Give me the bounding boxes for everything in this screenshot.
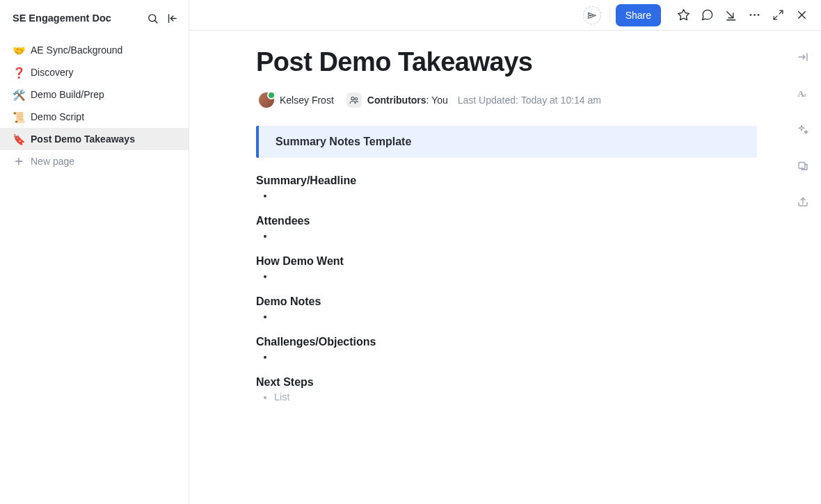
svg-marker-6 [678, 10, 689, 20]
export-icon[interactable] [792, 190, 814, 213]
section-challenges: Challenges/Objections [256, 336, 757, 365]
right-rail: Aa [785, 31, 821, 213]
new-page-button[interactable]: New page [0, 150, 189, 172]
sidebar-list: 🤝 AE Sync/Background ❓ Discovery 🛠️ Demo… [0, 39, 189, 172]
embed-icon[interactable] [792, 154, 814, 177]
sidebar-item-label: Demo Script [31, 111, 84, 122]
plus-icon [13, 155, 25, 168]
meta-row: Kelsey Frost Contributors: You Last Upda… [256, 91, 757, 109]
svg-point-10 [754, 14, 756, 16]
svg-line-12 [779, 10, 782, 14]
sidebar-item-label: Demo Build/Prep [31, 89, 104, 100]
star-icon[interactable] [672, 4, 694, 26]
section-demo-notes: Demo Notes [256, 295, 757, 325]
list-item[interactable]: List [274, 391, 757, 405]
list-item[interactable] [274, 190, 757, 204]
section-attendees: Attendees [256, 215, 757, 244]
section-heading[interactable]: Challenges/Objections [256, 336, 757, 348]
collapse-sidebar-icon[interactable] [162, 8, 182, 28]
sidebar-header: SE Engagement Doc [0, 4, 189, 32]
svg-point-16 [351, 97, 354, 100]
bullet-list[interactable] [256, 270, 757, 284]
handshake-icon: 🤝 [13, 44, 25, 56]
list-item[interactable] [274, 230, 757, 244]
svg-text:a: a [804, 91, 806, 98]
svg-line-7 [727, 11, 733, 17]
list-item[interactable] [274, 311, 757, 325]
author-name: Kelsey Frost [280, 95, 334, 106]
sidebar-item-demo-script[interactable]: 📜 Demo Script [0, 106, 189, 128]
section-heading[interactable]: How Demo Went [256, 255, 757, 268]
expand-icon[interactable] [767, 4, 789, 26]
section-heading[interactable]: Summary/Headline [256, 174, 757, 187]
width-toggle-icon[interactable] [792, 46, 814, 68]
sidebar-item-label: Post Demo Takeaways [31, 133, 135, 145]
new-page-label: New page [31, 156, 74, 167]
question-icon: ❓ [13, 66, 25, 79]
last-updated-value: Today at 10:14 am [521, 95, 601, 106]
close-icon[interactable] [790, 4, 813, 26]
bookmark-icon: 🔖 [13, 133, 25, 145]
section-next-steps: Next Steps List [256, 376, 757, 405]
section-heading[interactable]: Attendees [256, 215, 757, 227]
bullet-list[interactable] [256, 230, 757, 244]
contributors-chip[interactable]: Contributors: You [346, 92, 448, 108]
svg-point-17 [355, 98, 358, 101]
tools-icon: 🛠️ [13, 88, 25, 101]
section-heading[interactable]: Next Steps [256, 376, 757, 389]
workspace-title[interactable]: SE Engagement Doc [13, 13, 143, 24]
svg-line-1 [154, 20, 157, 22]
section-summary: Summary/Headline [256, 174, 757, 204]
bullet-list[interactable] [256, 311, 757, 325]
section-how-demo-went: How Demo Went [256, 255, 757, 284]
document: Post Demo Takeaways Kelsey Frost Contrib… [256, 31, 757, 405]
last-updated-label: Last Updated: [458, 95, 518, 106]
svg-point-11 [757, 14, 759, 16]
page-title[interactable]: Post Demo Takeaways [256, 47, 757, 77]
download-icon[interactable] [719, 4, 742, 26]
typography-icon[interactable]: Aa [792, 82, 814, 104]
sidebar: SE Engagement Doc 🤝 AE Sync/Background ❓… [0, 0, 189, 504]
contributors-text: Contributors: You [367, 95, 448, 106]
author-chip[interactable]: Kelsey Frost [256, 91, 337, 109]
sidebar-item-demo-build[interactable]: 🛠️ Demo Build/Prep [0, 83, 189, 106]
main-panel: Share Post Demo Takeaways Kelsey Frost [189, 0, 821, 504]
svg-line-13 [774, 16, 777, 19]
sidebar-item-ae-sync[interactable]: 🤝 AE Sync/Background [0, 39, 189, 61]
people-icon [346, 92, 362, 108]
ai-assist-icon[interactable] [792, 118, 814, 140]
sidebar-item-label: Discovery [31, 67, 73, 78]
toolbar-divider [609, 8, 610, 23]
sidebar-item-discovery[interactable]: ❓ Discovery [0, 61, 189, 83]
sidebar-item-post-demo[interactable]: 🔖 Post Demo Takeaways [0, 128, 189, 150]
svg-point-9 [749, 14, 751, 16]
list-item[interactable] [274, 270, 757, 284]
section-heading[interactable]: Demo Notes [256, 295, 757, 308]
more-icon[interactable] [743, 4, 765, 26]
toolbar: Share [189, 0, 821, 31]
comment-icon[interactable] [696, 4, 718, 26]
share-button[interactable]: Share [616, 4, 661, 26]
sidebar-item-label: AE Sync/Background [31, 44, 122, 56]
svg-point-0 [148, 14, 155, 21]
search-icon[interactable] [143, 8, 162, 28]
bullet-list[interactable] [256, 190, 757, 204]
scroll-icon: 📜 [13, 111, 25, 123]
list-item[interactable] [274, 351, 757, 365]
privacy-badge[interactable] [583, 6, 601, 24]
callout-block[interactable]: Summary Notes Template [256, 126, 757, 158]
avatar [259, 92, 274, 108]
bullet-list[interactable] [256, 351, 757, 365]
content-area: Post Demo Takeaways Kelsey Frost Contrib… [189, 31, 821, 504]
last-updated: Last Updated: Today at 10:14 am [458, 95, 601, 106]
bullet-list[interactable]: List [256, 391, 757, 405]
callout-text: Summary Notes Template [276, 136, 740, 148]
